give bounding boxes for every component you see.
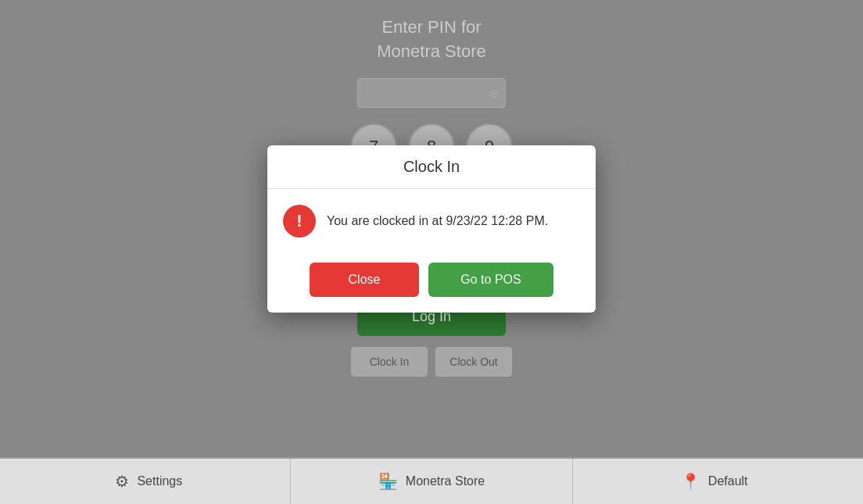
bottom-bar: ⚙ Settings 🏪 Monetra Store 📍 Default: [0, 457, 863, 504]
close-button[interactable]: Close: [310, 263, 419, 297]
modal-footer: Close Go to POS: [267, 253, 596, 313]
clock-in-modal: Clock In ! You are clocked in at 9/23/22…: [267, 145, 596, 313]
store-icon: 🏪: [378, 472, 398, 491]
modal-title: Clock In: [267, 145, 596, 189]
background-screen: Enter PIN for Monetra Store ⊗ 7 8 9 4 5 …: [0, 0, 863, 457]
location-label: Default: [708, 474, 748, 488]
modal-overlay: Clock In ! You are clocked in at 9/23/22…: [0, 0, 863, 457]
settings-item[interactable]: ⚙ Settings: [8, 459, 291, 504]
modal-message: You are clocked in at 9/23/22 12:28 PM.: [327, 214, 548, 228]
location-item[interactable]: 📍 Default: [573, 459, 855, 504]
settings-label: Settings: [137, 474, 182, 488]
store-label: Monetra Store: [406, 474, 485, 488]
modal-body: ! You are clocked in at 9/23/22 12:28 PM…: [267, 189, 596, 253]
error-icon: !: [283, 205, 316, 238]
settings-icon: ⚙: [115, 472, 129, 491]
store-item[interactable]: 🏪 Monetra Store: [291, 459, 574, 504]
location-icon: 📍: [681, 472, 700, 491]
goto-pos-button[interactable]: Go to POS: [428, 263, 553, 297]
